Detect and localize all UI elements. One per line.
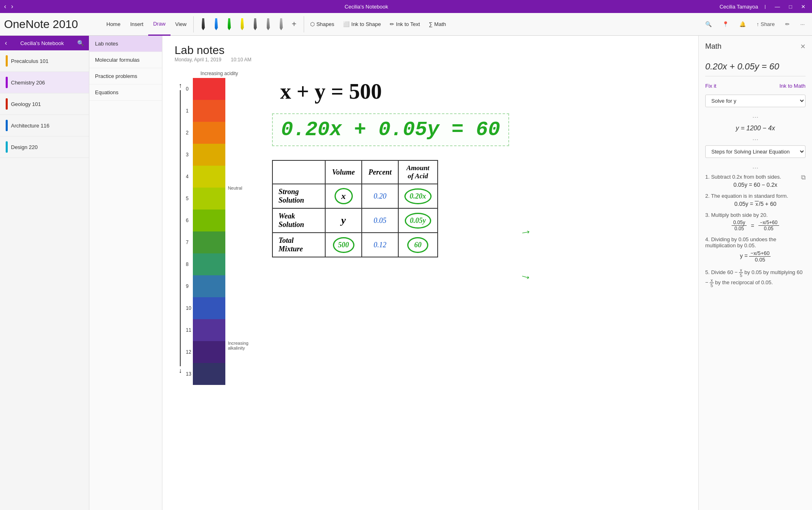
pen-tool-button[interactable]: ✏	[782, 19, 793, 29]
math-links-row: Fix it Ink to Math	[705, 83, 806, 89]
cell-strong-amount: 0.20x	[398, 184, 438, 208]
tab-home[interactable]: Home	[102, 13, 125, 36]
ph-neutral-label: Neutral	[228, 186, 264, 190]
content-area: Lab notes Monday, April 1, 2019 10:10 AM…	[162, 36, 698, 510]
pen-blue[interactable]	[211, 17, 222, 32]
math-panel-header: Math ✕	[705, 42, 806, 51]
app-title: OneNote 2010	[4, 18, 93, 31]
fix-it-link[interactable]: Fix it	[705, 83, 716, 89]
share-button[interactable]: ↑ Share	[753, 19, 778, 29]
tab-view[interactable]: View	[171, 13, 192, 36]
notebook-name: Cecilia's Notebook	[20, 40, 64, 46]
math-step-2: 2. The equation is in standard form. 0.0…	[705, 193, 806, 207]
val-y: y	[341, 214, 346, 226]
step4-eq: y = −x/5+60 0.05	[705, 250, 806, 263]
section-lab-notes[interactable]: Lab notes	[89, 36, 162, 52]
row-label-total: TotalMixture	[272, 233, 325, 257]
step4-num: 4. Dividing by 0.05 undoes the multiplic…	[705, 236, 806, 249]
math-result: y = 1200 − 4x	[705, 125, 806, 132]
architecture-color	[6, 120, 8, 131]
ink-to-shape-button[interactable]: ⬜ Ink to Shape	[339, 19, 385, 29]
ph-color-bars	[193, 78, 225, 385]
user-name: Cecilia Tamayoa	[719, 4, 758, 10]
math-panel: Math ✕ 0.20x + 0.05y = 60 Fix it Ink to …	[698, 36, 812, 510]
close-button[interactable]: ✕	[799, 4, 808, 10]
math-step-5: 5. Divide 60 − x5 by 0.05 by multiplying…	[705, 268, 806, 288]
ink-shape-label: Ink to Shape	[351, 21, 381, 27]
sidebar-label-design: Design 220	[11, 144, 38, 150]
bell-button[interactable]: 🔔	[736, 19, 749, 29]
ink-to-math-link[interactable]: Ink to Math	[780, 83, 806, 89]
section-molecular[interactable]: Molecular formulas	[89, 52, 162, 68]
steps-dropdown[interactable]: Steps for Solving Linear Equation	[705, 145, 806, 158]
copy-icon[interactable]: ⧉	[801, 174, 806, 181]
equation1-text: x + y = 500	[280, 79, 382, 104]
intermediate-result: y = 1200 − 4x	[736, 125, 775, 132]
sidebar-label-architecture: Architecture 116	[11, 123, 50, 129]
math-step-4: 4. Dividing by 0.05 undoes the multiplic…	[705, 236, 806, 263]
tab-insert[interactable]: Insert	[125, 13, 149, 36]
sidebar-item-chemistry[interactable]: Chemistry 206	[0, 72, 89, 93]
notebook-header: ‹ Cecilia's Notebook 🔍	[0, 36, 89, 50]
main-layout: ‹ Cecilia's Notebook 🔍 Precalculus 101 C…	[0, 36, 812, 510]
pen-black[interactable]	[198, 17, 209, 32]
shapes-icon: ⬡	[310, 21, 315, 27]
sidebar: ‹ Cecilia's Notebook 🔍 Precalculus 101 C…	[0, 36, 89, 510]
sidebar-item-precalculus[interactable]: Precalculus 101	[0, 50, 89, 72]
title-bar-nav: ‹ ›	[4, 3, 13, 10]
shapes-button[interactable]: ⬡ Shapes	[306, 19, 339, 29]
arrow-overlay2: →	[518, 268, 533, 285]
val-005y: 0.05y	[405, 213, 432, 229]
sidebar-label-geology: Geology 101	[11, 101, 41, 107]
sidebar-back-button[interactable]: ‹	[5, 39, 7, 47]
search-button[interactable]: 🔍	[702, 19, 715, 29]
math-icon: ∑	[429, 21, 432, 27]
add-pen-button[interactable]: +	[289, 19, 300, 29]
back-arrow[interactable]: ‹	[4, 3, 6, 10]
pen-green[interactable]	[224, 17, 235, 32]
minimize-button[interactable]: —	[772, 4, 782, 10]
pen-gray3[interactable]	[276, 17, 287, 32]
equation1: x + y = 500	[280, 79, 382, 104]
math-equation-display: 0.20x + 0.05y = 60	[705, 57, 806, 76]
ph-numbers: 0 1 2 3 4 5 6 7 8 9 10 11 12 13	[186, 78, 191, 385]
math-button[interactable]: ∑ Math	[424, 19, 450, 29]
maximize-button[interactable]: □	[786, 4, 795, 10]
solve-for-dropdown[interactable]: Solve for y Solve for x	[705, 95, 806, 107]
pen-tools-group: +	[198, 17, 300, 32]
math-display-equation: 0.20x + 0.05y = 60	[705, 61, 779, 71]
math-panel-close-button[interactable]: ✕	[800, 43, 806, 50]
val-005: 0.05	[374, 216, 387, 225]
cell-weak-amount: 0.05y	[398, 208, 438, 233]
ph-alkalinity-label: Increasing alkalinity	[228, 341, 264, 350]
math-step-1: 1. Subtract 0.2x from both sides. 0.05y …	[705, 174, 806, 188]
ink-to-text-button[interactable]: ✏ Ink to Text	[385, 19, 424, 29]
section-equations[interactable]: Equations	[89, 84, 162, 101]
sidebar-label-chemistry: Chemistry 206	[11, 80, 45, 86]
more-button[interactable]: ···	[797, 19, 808, 29]
sidebar-item-geology[interactable]: Geology 101	[0, 93, 89, 115]
location-button[interactable]: 📍	[719, 19, 732, 29]
sidebar-item-architecture[interactable]: Architecture 116	[0, 115, 89, 136]
col-header-amount: Amountof Acid	[398, 160, 438, 184]
pen-gray1[interactable]	[250, 17, 261, 32]
section-practice[interactable]: Practice problems	[89, 68, 162, 84]
math-dots2: ···	[705, 135, 806, 144]
pen-gray2[interactable]	[263, 17, 274, 32]
forward-arrow[interactable]: ›	[11, 3, 13, 10]
sidebar-search-button[interactable]: 🔍	[77, 40, 84, 46]
pen-yellow[interactable]	[237, 17, 248, 32]
cell-total-amount: 60	[398, 233, 438, 257]
val-500: 500	[333, 237, 354, 253]
ph-label-top: Increasing acidity	[175, 71, 264, 76]
ribbon-right: 🔍 📍 🔔 ↑ Share ✏ ···	[702, 19, 808, 29]
tab-draw[interactable]: Draw	[148, 13, 170, 36]
equation2[interactable]: 0.20x + 0.05y = 60	[272, 113, 509, 146]
cell-weak-volume: y	[325, 208, 362, 233]
sidebar-item-design[interactable]: Design 220	[0, 136, 89, 158]
cell-total-volume: 500	[325, 233, 362, 257]
equation2-text: 0.20x + 0.05y = 60	[281, 118, 500, 141]
page-date: Monday, April 1, 2019	[175, 57, 221, 63]
ink-text-icon: ✏	[390, 21, 394, 27]
val-x-circle: x	[335, 188, 353, 204]
